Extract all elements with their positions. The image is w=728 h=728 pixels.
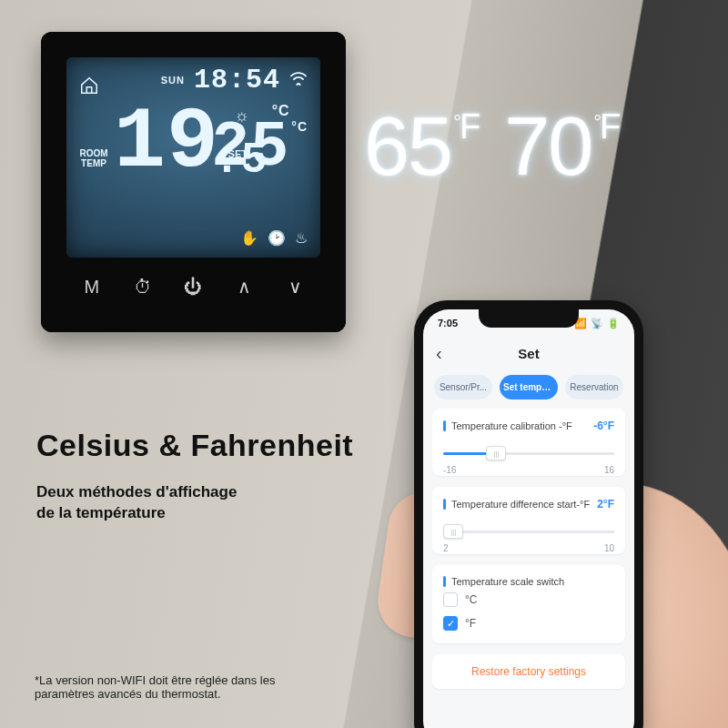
fahrenheit-overlay: 65°F 70°F: [364, 100, 619, 194]
calibration-label: Temperature calibration -°F: [443, 420, 572, 431]
calibration-slider[interactable]: ||| -1616: [443, 443, 614, 463]
diff-value: 2°F: [597, 498, 614, 511]
check-celsius[interactable]: °C: [443, 592, 614, 607]
calibration-value: -6°F: [593, 420, 614, 432]
wifi-icon: [289, 71, 308, 90]
card-calibration: Temperature calibration -°F -6°F ||| -16…: [432, 409, 625, 476]
card-diff-start: Temperature difference start-°F 2°F ||| …: [432, 487, 625, 554]
phone-screen: 7:05 📶📡🔋 ‹ Set Sensor/Pr... Set tempe...…: [423, 309, 634, 728]
set-temp-value: 25 °C: [211, 112, 308, 184]
check-fahrenheit[interactable]: ✓°F: [443, 616, 614, 631]
tab-set-temp[interactable]: Set tempe...: [500, 375, 558, 399]
card-scale-switch: Temperature scale switch °C ✓°F: [432, 565, 625, 643]
scale-label: Temperature scale switch: [443, 576, 564, 587]
wifi-status-icon: 📡: [591, 318, 603, 329]
power-button[interactable]: ⏻: [175, 277, 211, 298]
status-time: 7:05: [438, 318, 458, 329]
room-temp-label: ROOM TEMP: [76, 148, 112, 168]
manual-icon: ✋: [240, 229, 258, 247]
touch-button-bar: M ⏱ ⏻ ∧ ∨: [66, 276, 320, 298]
subheadline: Deux méthodes d'affichagede la températu…: [36, 482, 237, 524]
slider-thumb[interactable]: |||: [443, 524, 463, 539]
restore-factory-button[interactable]: Restore factory settings: [432, 654, 625, 689]
phone-notch: [479, 308, 579, 328]
back-button[interactable]: ‹: [436, 343, 442, 364]
phone-frame: 7:05 📶📡🔋 ‹ Set Sensor/Pr... Set tempe...…: [414, 300, 643, 728]
schedule-button[interactable]: ⏱: [125, 277, 161, 298]
big-temp-1: 65°F: [364, 100, 479, 194]
phone-in-hand: 7:05 📶📡🔋 ‹ Set Sensor/Pr... Set tempe...…: [396, 300, 714, 719]
lcd-clock: 18:54: [194, 65, 280, 96]
tab-pills: Sensor/Pr... Set tempe... Reservation: [423, 369, 634, 409]
big-temp-2: 70°F: [504, 100, 619, 194]
battery-icon: 🔋: [607, 318, 620, 329]
nav-title: Set: [518, 346, 539, 361]
tab-sensor[interactable]: Sensor/Pr...: [434, 375, 492, 399]
up-button[interactable]: ∧: [226, 276, 262, 298]
diff-label: Temperature difference start-°F: [443, 499, 590, 510]
mode-button[interactable]: M: [74, 277, 110, 298]
product-scene: SUN 18:54 ROOM TEMP 19 .5 °C ☼ SET 25 °C: [0, 0, 728, 728]
clock-icon: 🕑: [268, 229, 286, 247]
thermostat-device: SUN 18:54 ROOM TEMP 19 .5 °C ☼ SET 25 °C: [41, 32, 346, 332]
lcd-day: SUN: [161, 75, 185, 86]
down-button[interactable]: ∨: [277, 276, 313, 298]
tab-reservation[interactable]: Reservation: [565, 375, 623, 399]
slider-thumb[interactable]: |||: [486, 446, 506, 460]
headline: Celsius & Fahrenheit: [36, 428, 353, 463]
lcd-mode-icons: ✋ 🕑 ♨: [240, 229, 308, 247]
home-icon: [79, 76, 99, 100]
heat-icon: ♨: [295, 229, 308, 247]
thermostat-lcd: SUN 18:54 ROOM TEMP 19 .5 °C ☼ SET 25 °C: [66, 57, 320, 258]
disclaimer: *La version non-WIFI doit être réglée da…: [35, 673, 275, 701]
diff-slider[interactable]: ||| 210: [443, 521, 614, 541]
nav-bar: ‹ Set: [423, 337, 634, 369]
